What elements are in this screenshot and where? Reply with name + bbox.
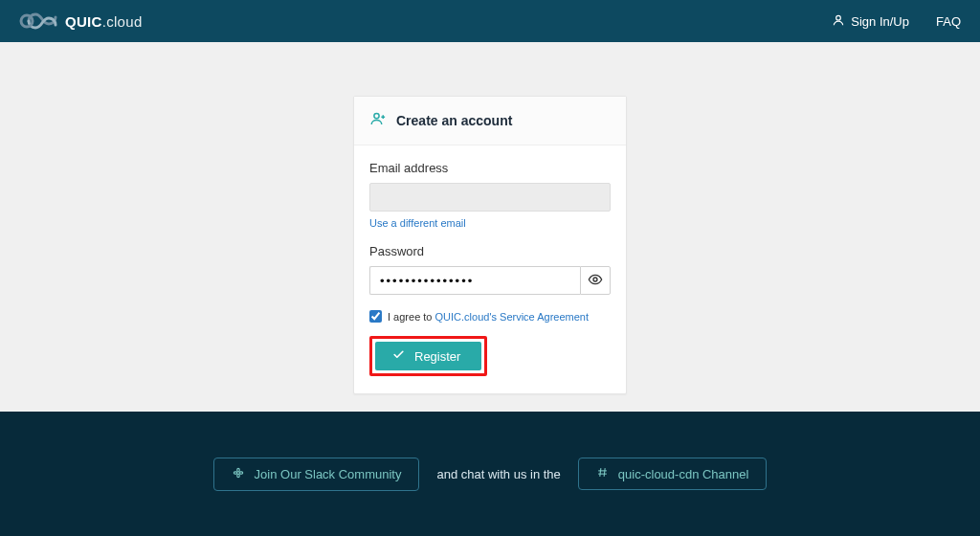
email-field-group: Email address Use a different email <box>369 161 611 231</box>
use-different-email-link[interactable]: Use a different email <box>369 217 466 229</box>
signin-label: Sign In/Up <box>851 14 909 29</box>
register-label: Register <box>414 349 460 364</box>
brand-text: QUIC.cloud <box>65 13 143 30</box>
agree-checkbox[interactable] <box>369 310 382 323</box>
svg-rect-6 <box>236 468 238 472</box>
hash-icon <box>596 466 609 481</box>
service-agreement-link[interactable]: QUIC.cloud's Service Agreement <box>435 311 589 323</box>
password-visibility-toggle[interactable] <box>580 266 611 295</box>
password-field-group: Password <box>369 244 611 295</box>
svg-rect-7 <box>236 474 238 478</box>
svg-rect-5 <box>239 471 243 473</box>
svg-rect-4 <box>234 471 237 473</box>
svg-point-3 <box>593 278 597 281</box>
password-label: Password <box>369 244 611 258</box>
channel-label: quic-cloud-cdn Channel <box>618 467 749 481</box>
password-input[interactable] <box>369 266 580 295</box>
svg-line-10 <box>600 468 601 477</box>
main-area: Create an account Email address Use a di… <box>0 42 980 412</box>
card-header: Create an account <box>354 97 626 145</box>
svg-line-11 <box>604 468 605 477</box>
footer: Join Our Slack Community and chat with u… <box>0 412 980 536</box>
user-plus-icon <box>369 110 387 131</box>
user-icon <box>832 13 845 30</box>
slack-icon <box>232 466 245 482</box>
agree-text: I agree to QUIC.cloud's Service Agreemen… <box>388 311 589 323</box>
password-input-wrap <box>369 266 611 295</box>
slack-label: Join Our Slack Community <box>255 467 402 481</box>
register-highlight: Register <box>369 336 487 376</box>
brand[interactable]: QUIC.cloud <box>19 11 143 31</box>
signin-link[interactable]: Sign In/Up <box>832 13 909 30</box>
footer-mid-text: and chat with us in the <box>436 467 560 481</box>
email-display <box>369 183 611 212</box>
header-nav: Sign In/Up FAQ <box>832 13 961 30</box>
svg-point-2 <box>374 113 379 118</box>
svg-point-0 <box>21 15 33 27</box>
faq-label: FAQ <box>936 14 961 29</box>
email-label: Email address <box>369 161 611 175</box>
check-icon <box>392 348 405 364</box>
register-card: Create an account Email address Use a di… <box>353 96 627 394</box>
faq-link[interactable]: FAQ <box>936 14 961 29</box>
agreement-row: I agree to QUIC.cloud's Service Agreemen… <box>369 310 611 323</box>
top-header: QUIC.cloud Sign In/Up FAQ <box>0 0 980 42</box>
card-title: Create an account <box>396 113 512 128</box>
card-body: Email address Use a different email Pass… <box>354 145 626 393</box>
eye-icon <box>588 272 603 290</box>
channel-button[interactable]: quic-cloud-cdn Channel <box>578 458 768 490</box>
slack-community-button[interactable]: Join Our Slack Community <box>213 458 420 491</box>
svg-point-1 <box>836 15 841 20</box>
infinity-logo-icon <box>19 11 57 31</box>
register-button[interactable]: Register <box>375 342 481 370</box>
